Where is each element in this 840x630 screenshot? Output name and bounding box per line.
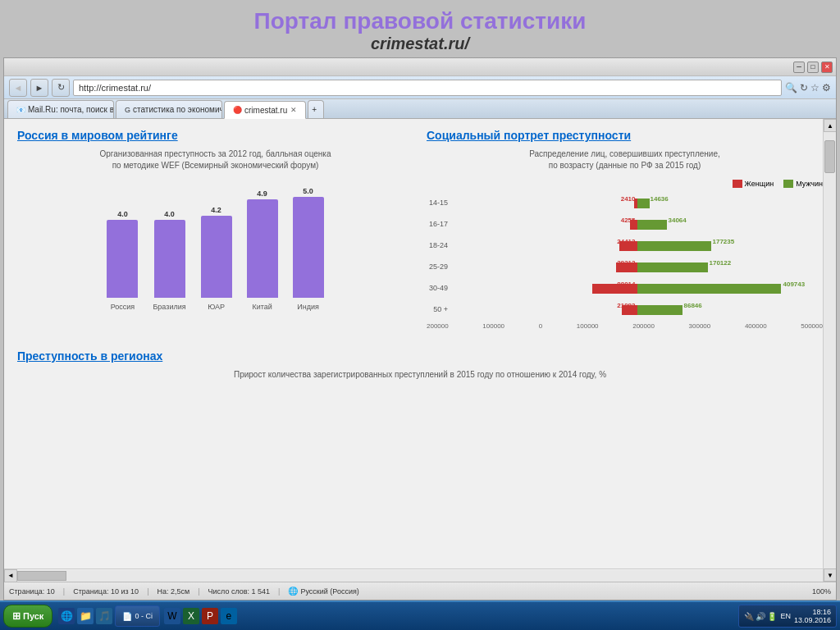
bar-sar-bar xyxy=(201,216,232,298)
val-m-50: 86846 xyxy=(684,302,702,309)
tray-battery-icon[interactable]: 🔋 xyxy=(767,612,777,621)
section-right: Социальный портрет преступности Распреде… xyxy=(427,129,823,330)
bar-india: 5.0 Индия xyxy=(293,187,324,311)
bar-m-1415 xyxy=(637,199,650,208)
search-icon[interactable]: 🔍 xyxy=(785,82,797,94)
taskbar-excel-icon[interactable]: X xyxy=(183,608,199,624)
scroll-track[interactable] xyxy=(824,132,836,568)
legend-female: Женщин xyxy=(733,180,774,188)
tab-crimestat-label: crimestat.ru xyxy=(244,106,287,115)
x-axis-labels: 200000 100000 0 100000 200000 300000 400… xyxy=(427,322,823,330)
val-m-1824: 177235 xyxy=(713,238,735,245)
bar-f-1824 xyxy=(619,241,637,251)
taskbar-browser-icon[interactable]: e xyxy=(221,608,237,624)
browser-tabs: 📧 Mail.Ru: почта, поиск в интер... G ста… xyxy=(4,99,836,119)
bar-row-1617: 16-17 4255 34064 xyxy=(427,216,823,232)
section-left-subtitle: Организованная преступность за 2012 год,… xyxy=(17,148,413,171)
taskbar-ppt-icon[interactable]: P xyxy=(202,608,218,624)
bar-row-1824: 18-24 24413 177235 xyxy=(427,237,823,253)
h-scroll-thumb[interactable] xyxy=(17,571,66,581)
bar-m-2529 xyxy=(637,262,708,272)
status-position-text: На: 2,5см xyxy=(157,587,189,596)
bar-sar: 4.2 ЮАР xyxy=(201,206,232,311)
section-bottom-subtitle: Прирост количества зарегистрированных пр… xyxy=(17,369,823,381)
tab-mail[interactable]: 📧 Mail.Ru: почта, поиск в интер... xyxy=(7,100,114,118)
tab-new[interactable]: + xyxy=(308,100,324,118)
taskbar-media-icon[interactable]: 🎵 xyxy=(96,608,112,624)
taskbar-language[interactable]: EN xyxy=(780,612,791,620)
tab-stats[interactable]: G статистика по экономически... xyxy=(116,100,222,118)
vertical-bar-chart: 4.0 Россия 4.0 Бразилия xyxy=(17,180,413,311)
tools-icon[interactable]: ⚙ xyxy=(822,82,831,94)
address-icons: 🔍 ↻ ☆ ⚙ xyxy=(785,82,831,94)
section-left-title[interactable]: Россия в мировом рейтинге xyxy=(17,129,413,142)
scroll-thumb[interactable] xyxy=(824,140,835,173)
forward-button[interactable]: ► xyxy=(30,79,48,97)
browser-addressbar: ◄ ► ↻ http://crimestat.ru/ 🔍 ↻ ☆ ⚙ xyxy=(4,76,836,99)
scroll-left-button[interactable]: ◄ xyxy=(4,569,17,582)
webpage-scroll-container: Россия в мировом рейтинге Организованная… xyxy=(4,119,836,582)
refresh-button[interactable]: ↻ xyxy=(52,79,70,97)
bar-m-1617 xyxy=(637,220,667,230)
sub-title: crimestat.ru/ xyxy=(0,34,840,53)
taskbar-word-icon[interactable]: W xyxy=(164,608,180,624)
minimize-button[interactable]: ─ xyxy=(793,62,805,73)
presentation-title-area: Портал правовой статистики crimestat.ru/ xyxy=(0,0,840,57)
back-button[interactable]: ◄ xyxy=(9,79,27,97)
tab-crimestat-icon: 🔴 xyxy=(233,106,242,114)
webpage-content-area: Россия в мировом рейтинге Организованная… xyxy=(4,119,836,568)
status-pages-text: Страница: 10 из 10 xyxy=(73,587,139,596)
clock-time: 18:16 xyxy=(794,608,831,616)
tab-mail-icon: 📧 xyxy=(16,106,25,114)
start-button[interactable]: ⊞ Пуск xyxy=(3,605,52,628)
legend-male: Мужчин xyxy=(783,180,823,188)
system-tray-icons: 🔌 🔊 🔋 xyxy=(744,612,777,621)
browser-window: ─ □ ✕ ◄ ► ↻ http://crimestat.ru/ 🔍 ↻ ☆ ⚙… xyxy=(3,57,837,600)
tab-crimestat[interactable]: 🔴 crimestat.ru ✕ xyxy=(224,101,306,119)
status-pages: Страница: 10 из 10 xyxy=(73,587,139,596)
tab-close-icon[interactable]: ✕ xyxy=(290,106,297,114)
status-lang-icon: 🌐 xyxy=(288,587,298,596)
taskbar-window-icon: 📄 xyxy=(122,612,132,621)
section-bottom-title[interactable]: Преступность в регионах xyxy=(17,349,823,363)
status-page: Страница: 10 xyxy=(9,587,55,596)
taskbar-folder-icon[interactable]: 📁 xyxy=(77,608,94,624)
horizontal-scrollbar[interactable]: ◄ ► xyxy=(4,568,836,582)
section-bottom: Преступность в регионах Прирост количест… xyxy=(17,349,823,389)
taskbar: ⊞ Пуск 🌐 📁 🎵 📄 0 - Ci W X P e 🔌 🔊 🔋 EN 1… xyxy=(0,600,840,630)
webpage-main: Россия в мировом рейтинге Организованная… xyxy=(4,119,836,568)
section-left: Россия в мировом рейтинге Организованная… xyxy=(17,129,413,330)
maximize-button[interactable]: □ xyxy=(807,62,819,73)
taskbar-active-window[interactable]: 📄 0 - Ci xyxy=(115,605,160,627)
bar-m-3049 xyxy=(637,284,781,294)
bar-russia-bar xyxy=(107,220,138,298)
tray-network-icon[interactable]: 🔌 xyxy=(744,612,754,621)
address-bar[interactable]: http://crimestat.ru/ xyxy=(73,80,782,96)
bar-f-1617 xyxy=(630,220,637,230)
bar-f-50 xyxy=(622,305,637,315)
start-label: Пуск xyxy=(23,611,43,621)
taskbar-system-tray: 🔌 🔊 🔋 EN 18:16 13.09.2016 xyxy=(738,605,837,628)
bar-india-bar xyxy=(293,197,324,298)
bar-brazil-bar xyxy=(154,220,185,298)
start-windows-icon: ⊞ xyxy=(12,610,21,622)
legend-female-label: Женщин xyxy=(745,180,774,188)
vertical-scrollbar[interactable]: ▲ ▼ xyxy=(823,119,836,568)
taskbar-ie-icon[interactable]: 🌐 xyxy=(58,608,75,624)
bar-china-bar xyxy=(247,199,278,298)
star-icon[interactable]: ☆ xyxy=(810,82,819,94)
bar-f-2529 xyxy=(616,262,637,272)
section-right-title[interactable]: Социальный портрет преступности xyxy=(427,129,823,142)
bar-row-2529: 25-29 29312 170122 xyxy=(427,258,823,275)
legend-female-color xyxy=(733,180,742,188)
bar-row-50: 50 + 21983 86846 xyxy=(427,301,823,317)
tab-stats-icon: G xyxy=(125,106,130,114)
section-right-subtitle: Распределение лиц, совершивших преступле… xyxy=(427,148,823,171)
tray-volume-icon[interactable]: 🔊 xyxy=(756,612,765,621)
close-button[interactable]: ✕ xyxy=(821,62,833,73)
refresh-icon[interactable]: ↻ xyxy=(800,82,808,94)
h-scroll-track[interactable] xyxy=(17,570,823,582)
bar-china: 4.9 Китай xyxy=(247,189,278,311)
scroll-up-button[interactable]: ▲ xyxy=(824,119,836,132)
bar-row-1415: 14-15 2410 14636 xyxy=(427,194,823,211)
